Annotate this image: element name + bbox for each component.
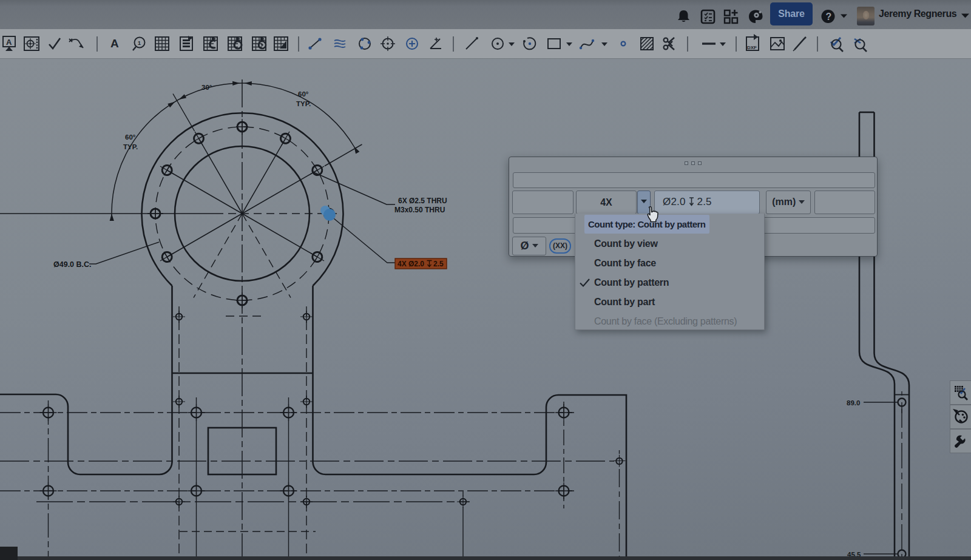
svg-text:A: A [110, 37, 119, 50]
svg-text:1: 1 [138, 40, 141, 46]
svg-text:4X Ø2.0: 4X Ø2.0 [398, 260, 424, 268]
svg-text:?: ? [826, 12, 832, 22]
svg-text:30°: 30° [201, 84, 212, 91]
svg-text:60°: 60° [125, 133, 136, 141]
svg-text:TYP.: TYP. [296, 100, 311, 107]
svg-text:2.5: 2.5 [433, 260, 444, 268]
svg-text:A: A [6, 38, 12, 47]
svg-text:60°: 60° [298, 90, 309, 98]
svg-text:M3x0.50 THRU: M3x0.50 THRU [394, 206, 445, 214]
svg-text:89.0: 89.0 [847, 399, 860, 407]
svg-text:Ø49.0 B.C.: Ø49.0 B.C. [53, 260, 92, 269]
svg-text:DXF: DXF [747, 45, 757, 50]
svg-text:6X Ø2.5 THRU: 6X Ø2.5 THRU [398, 197, 447, 205]
svg-text:TYP.: TYP. [123, 143, 138, 150]
